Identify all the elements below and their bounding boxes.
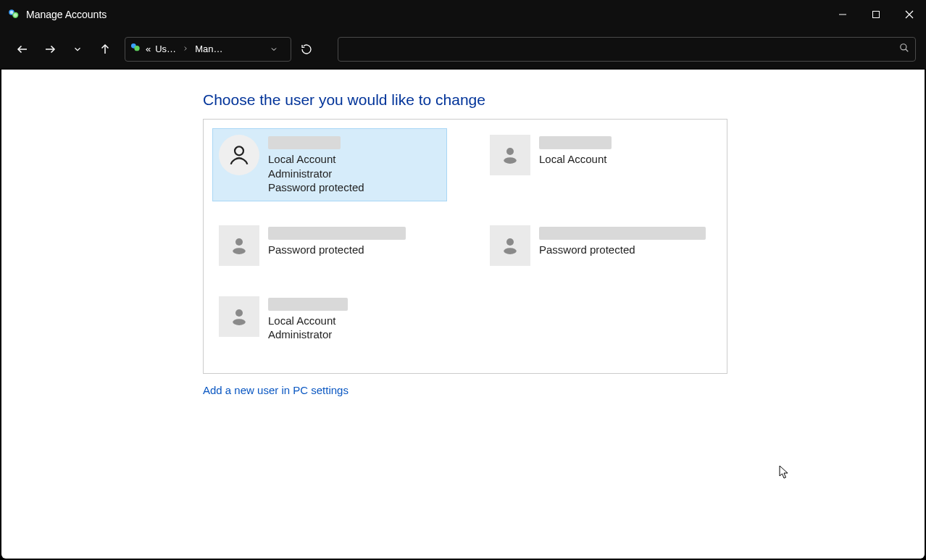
search-input[interactable] xyxy=(344,43,899,54)
svg-line-14 xyxy=(906,49,909,51)
forward-button[interactable] xyxy=(38,37,62,62)
recent-locations-button[interactable] xyxy=(65,37,90,62)
svg-point-19 xyxy=(233,248,246,254)
svg-point-18 xyxy=(235,238,243,246)
navbar: « Us… Man… xyxy=(0,29,926,69)
account-card[interactable]: Password protected xyxy=(212,219,447,272)
account-card[interactable]: Local Account Administrator Password pro… xyxy=(212,128,447,201)
account-type: Local Account xyxy=(268,152,364,167)
up-button[interactable] xyxy=(93,37,117,62)
account-type: Local Account xyxy=(268,314,348,328)
titlebar: Manage Accounts xyxy=(0,0,926,29)
svg-point-2 xyxy=(10,11,14,14)
maximize-button[interactable] xyxy=(859,0,893,29)
svg-point-22 xyxy=(235,309,243,317)
breadcrumb-item[interactable]: Us… xyxy=(155,43,176,54)
breadcrumb-item[interactable]: Man… xyxy=(195,43,222,54)
app-icon xyxy=(7,8,20,21)
window-title: Manage Accounts xyxy=(26,9,107,20)
back-button[interactable] xyxy=(10,37,35,62)
svg-rect-5 xyxy=(873,12,880,18)
breadcrumb-prefix: « xyxy=(146,43,151,54)
avatar xyxy=(219,135,259,175)
address-icon xyxy=(130,42,141,56)
account-password-status: Password protected xyxy=(539,243,706,257)
avatar xyxy=(490,225,530,266)
svg-point-20 xyxy=(506,238,514,246)
accounts-panel: Local Account Administrator Password pro… xyxy=(203,119,727,374)
redacted-name xyxy=(539,136,612,149)
svg-point-21 xyxy=(504,248,517,254)
chevron-right-icon xyxy=(180,43,191,54)
minimize-button[interactable] xyxy=(826,0,859,29)
svg-point-16 xyxy=(506,148,514,155)
avatar xyxy=(219,225,259,266)
svg-point-3 xyxy=(14,13,17,17)
redacted-name xyxy=(539,227,706,240)
account-card[interactable]: Local Account Administrator xyxy=(212,290,447,348)
svg-point-15 xyxy=(235,146,243,155)
account-password-status: Password protected xyxy=(268,243,406,257)
account-type: Local Account xyxy=(539,152,612,167)
redacted-name xyxy=(268,227,406,240)
address-dropdown[interactable] xyxy=(262,45,286,54)
address-bar[interactable]: « Us… Man… xyxy=(125,37,291,62)
account-card[interactable]: Password protected xyxy=(483,219,718,272)
add-user-link[interactable]: Add a new user in PC settings xyxy=(203,384,349,396)
search-icon xyxy=(899,43,909,56)
account-card[interactable]: Local Account xyxy=(483,128,718,201)
avatar xyxy=(219,296,259,337)
avatar xyxy=(490,135,530,175)
content-area: Choose the user you would like to change… xyxy=(1,70,925,559)
page-heading: Choose the user you would like to change xyxy=(1,91,925,119)
close-button[interactable] xyxy=(893,0,926,29)
svg-point-12 xyxy=(134,46,139,51)
refresh-button[interactable] xyxy=(294,43,319,55)
svg-point-23 xyxy=(233,319,246,325)
account-password-status: Password protected xyxy=(268,180,364,195)
account-role: Administrator xyxy=(268,167,364,181)
svg-point-17 xyxy=(504,157,517,164)
redacted-name xyxy=(268,136,341,149)
search-box[interactable] xyxy=(338,37,916,62)
redacted-name xyxy=(268,298,348,311)
svg-point-13 xyxy=(901,43,906,49)
account-role: Administrator xyxy=(268,327,348,342)
